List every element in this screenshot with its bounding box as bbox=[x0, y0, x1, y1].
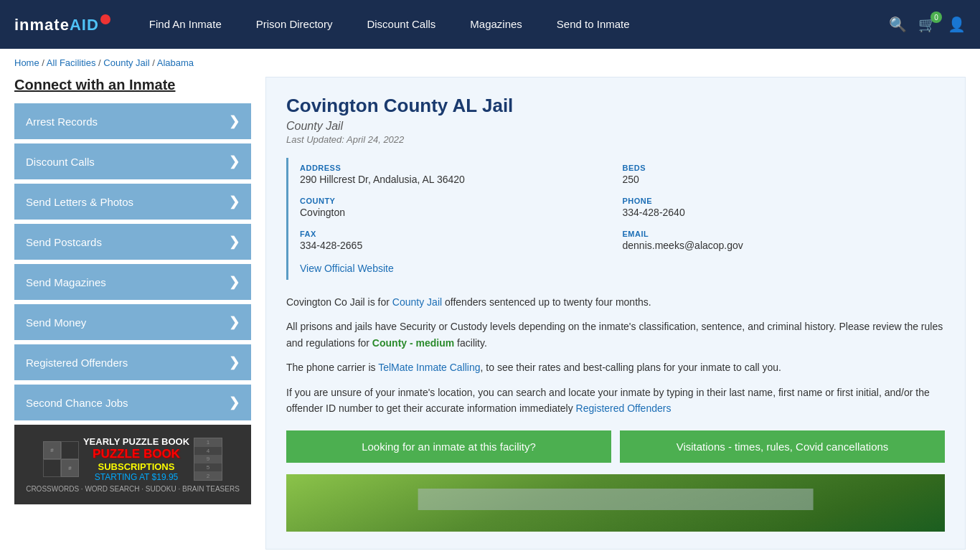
main-layout: Connect with an Inmate Arrest Records ❯ … bbox=[0, 77, 980, 551]
beds-cell: BEDS 250 bbox=[623, 158, 946, 191]
sidebar: Connect with an Inmate Arrest Records ❯ … bbox=[14, 77, 251, 550]
breadcrumb-county-jail[interactable]: County Jail bbox=[103, 57, 149, 68]
facility-type: County Jail bbox=[286, 120, 945, 133]
desc1: Covington Co Jail is for County Jail off… bbox=[286, 294, 945, 310]
desc3: The phone carrier is TelMate Inmate Call… bbox=[286, 359, 945, 375]
last-updated: Last Updated: April 24, 2022 bbox=[286, 134, 945, 145]
breadcrumb-all-facilities[interactable]: All Facilities bbox=[47, 57, 96, 68]
facility-content: Covington County AL Jail County Jail Las… bbox=[265, 77, 966, 550]
official-website-link[interactable]: View Official Website bbox=[300, 263, 394, 274]
arrow-icon: ❯ bbox=[229, 234, 240, 250]
email-cell: EMAIL dennis.meeks@alacop.gov bbox=[623, 224, 946, 257]
send-magazines-button[interactable]: Send Magazines ❯ bbox=[14, 264, 251, 300]
arrow-icon: ❯ bbox=[229, 274, 240, 290]
facility-title: Covington County AL Jail bbox=[286, 95, 945, 117]
nav-send-to-inmate[interactable]: Send to Inmate bbox=[540, 0, 647, 49]
nav-find-inmate[interactable]: Find An Inmate bbox=[132, 0, 239, 49]
cart-icon[interactable]: 🛒 0 bbox=[918, 16, 936, 33]
navbar: inmateAID Find An Inmate Prison Director… bbox=[0, 0, 980, 49]
official-website-cell: View Official Website bbox=[300, 257, 945, 280]
nav-right: 🔍 🛒 0 👤 bbox=[889, 16, 966, 33]
arrest-records-button[interactable]: Arrest Records ❯ bbox=[14, 103, 251, 139]
user-icon[interactable]: 👤 bbox=[948, 16, 966, 33]
registered-offenders-button[interactable]: Registered Offenders ❯ bbox=[14, 344, 251, 380]
address-cell: ADDRESS 290 Hillcrest Dr, Andalusia, AL … bbox=[300, 158, 623, 191]
county-cell: COUNTY Covington bbox=[300, 191, 623, 224]
breadcrumb: Home / All Facilities / County Jail / Al… bbox=[0, 49, 980, 77]
logo-text: inmateAID bbox=[14, 14, 110, 34]
desc2: All prisons and jails have Security or C… bbox=[286, 319, 945, 351]
arrow-icon: ❯ bbox=[229, 154, 240, 169]
arrow-icon: ❯ bbox=[229, 314, 240, 330]
breadcrumb-home[interactable]: Home bbox=[14, 57, 39, 68]
telmate-link[interactable]: TelMate Inmate Calling bbox=[378, 362, 480, 373]
nav-links: Find An Inmate Prison Directory Discount… bbox=[132, 0, 889, 49]
nav-discount-calls[interactable]: Discount Calls bbox=[349, 0, 453, 49]
county-medium-link[interactable]: County - medium bbox=[372, 337, 454, 349]
breadcrumb-alabama[interactable]: Alabama bbox=[157, 57, 194, 68]
send-postcards-button[interactable]: Send Postcards ❯ bbox=[14, 224, 251, 260]
sidebar-ad: # # YEARLY PUZZLE BOOK PUZZLE BOOK SUBSC… bbox=[14, 425, 251, 504]
registered-offenders-link[interactable]: Registered Offenders bbox=[576, 402, 672, 414]
looking-for-inmate-button[interactable]: Looking for an inmate at this facility? bbox=[286, 430, 611, 463]
send-money-button[interactable]: Send Money ❯ bbox=[14, 304, 251, 340]
cart-badge: 0 bbox=[930, 11, 942, 23]
search-icon[interactable]: 🔍 bbox=[889, 16, 907, 33]
action-buttons: Looking for an inmate at this facility? … bbox=[286, 430, 945, 463]
arrow-icon: ❯ bbox=[229, 194, 240, 209]
phone-cell: PHONE 334-428-2640 bbox=[623, 191, 946, 224]
desc4: If you are unsure of your inmate's locat… bbox=[286, 385, 945, 417]
nav-prison-directory[interactable]: Prison Directory bbox=[239, 0, 350, 49]
aerial-view bbox=[286, 474, 945, 532]
send-letters-button[interactable]: Send Letters & Photos ❯ bbox=[14, 184, 251, 220]
second-chance-jobs-button[interactable]: Second Chance Jobs ❯ bbox=[14, 385, 251, 420]
discount-calls-button[interactable]: Discount Calls ❯ bbox=[14, 143, 251, 179]
facility-image bbox=[286, 474, 945, 532]
arrow-icon: ❯ bbox=[229, 113, 240, 129]
sidebar-title: Connect with an Inmate bbox=[14, 77, 251, 93]
visitations-button[interactable]: Visitations - times, rules, Covid cancel… bbox=[620, 430, 945, 463]
arrow-icon: ❯ bbox=[229, 354, 240, 370]
fax-cell: FAX 334-428-2665 bbox=[300, 224, 623, 257]
logo[interactable]: inmateAID bbox=[14, 14, 110, 34]
nav-magazines[interactable]: Magazines bbox=[453, 0, 540, 49]
facility-info-grid: ADDRESS 290 Hillcrest Dr, Andalusia, AL … bbox=[286, 158, 945, 280]
arrow-icon: ❯ bbox=[229, 395, 240, 410]
county-jail-link[interactable]: County Jail bbox=[392, 296, 442, 308]
